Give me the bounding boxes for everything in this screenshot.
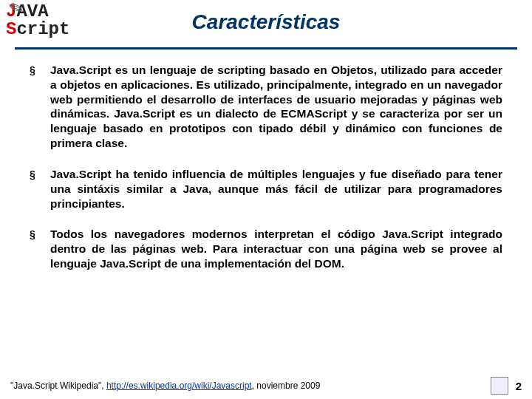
list-item-text: Java.Script ha tenido influencia de múlt… — [50, 167, 502, 211]
bullet-icon: § — [30, 227, 50, 270]
citation: "Java.Script Wikipedia", http://es.wikip… — [10, 381, 320, 391]
slide-footer: "Java.Script Wikipedia", http://es.wikip… — [0, 377, 532, 395]
logo-part: S — [6, 19, 16, 39]
bullet-icon: § — [30, 167, 50, 211]
list-item: § Java.Script ha tenido influencia de mú… — [30, 167, 502, 211]
citation-prefix: "Java.Script Wikipedia", — [10, 381, 106, 391]
list-item-text: Java.Script es un lenguaje de scripting … — [50, 63, 502, 151]
list-item: § Todos los navegadores modernos interpr… — [30, 227, 502, 270]
slide-body: § Java.Script es un lenguaje de scriptin… — [0, 50, 532, 271]
slide-title: Características — [0, 0, 532, 34]
list-item: § Java.Script es un lenguaje de scriptin… — [30, 63, 502, 151]
slide-header: ✎ JAVA Script Características — [0, 0, 532, 46]
bullet-icon: § — [30, 63, 50, 151]
javascript-logo: ✎ JAVA Script — [6, 3, 69, 38]
page-number: 2 — [516, 380, 522, 392]
list-item-text: Todos los navegadores modernos interpret… — [50, 227, 502, 270]
logo-part: cript — [16, 19, 69, 39]
citation-link[interactable]: http://es.wikipedia.org/wiki/Javascript — [106, 381, 252, 391]
footer-badge-icon — [491, 377, 508, 395]
citation-suffix: , noviembre 2009 — [252, 381, 321, 391]
footer-right: 2 — [491, 377, 522, 395]
